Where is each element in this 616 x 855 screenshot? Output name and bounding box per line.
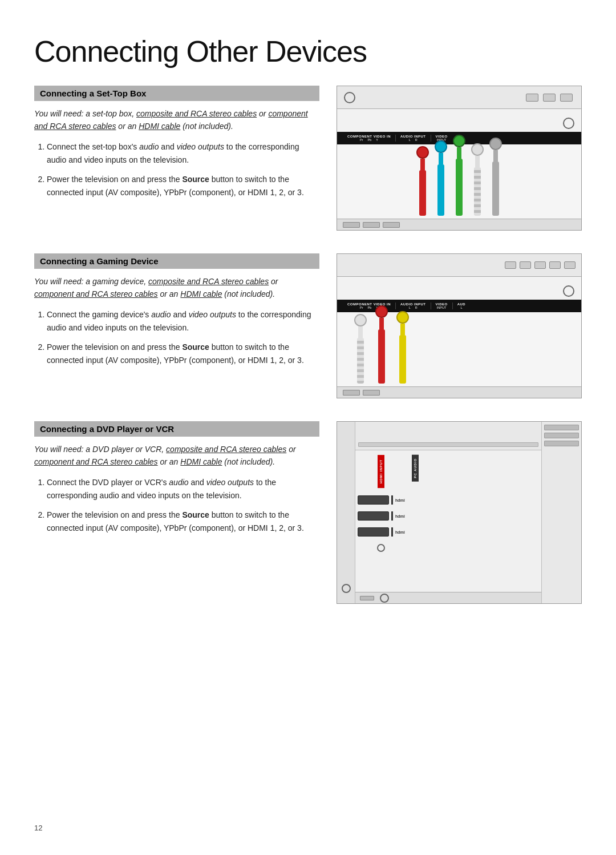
section-settopbox-header: Connecting a Set-Top Box xyxy=(34,86,319,101)
dvd-bottom-bar xyxy=(355,592,541,603)
cable-neck xyxy=(475,156,480,167)
section-gaming-steps: Connect the gaming device's audio and vi… xyxy=(34,308,319,366)
hdmi-plug-body xyxy=(358,511,389,521)
port-g5 xyxy=(564,261,576,269)
panel-bottom-bar-1 xyxy=(337,219,581,230)
hdmi-vertical-section: HDMI INPUT hdmi xyxy=(355,450,407,592)
cable-cyan xyxy=(435,140,447,216)
cable-neck xyxy=(493,150,498,162)
cable-plug xyxy=(471,143,484,156)
cable-white-gaming xyxy=(354,314,367,384)
cable-neck xyxy=(400,324,405,335)
hdmi-plug-body xyxy=(358,527,389,537)
page-title: Connecting Other Devices xyxy=(34,34,582,68)
label-audio-subs: LR xyxy=(400,138,426,142)
hdmi-cable xyxy=(391,511,393,521)
dvd-bottom-port xyxy=(360,596,374,600)
section-gaming-intro: You will need: a gaming device, composit… xyxy=(34,276,319,300)
dvd-right-area: PC AUDIO xyxy=(407,450,541,592)
section-dvd-header: Connecting a DVD Player or VCR xyxy=(34,421,319,437)
port-g1 xyxy=(505,261,516,269)
section-dvd-steps: Connect the DVD player or VCR's audio an… xyxy=(34,476,319,534)
section-gaming-image: COMPONENT VIDEO IN PrPbY AUDIO INPUT LR … xyxy=(337,253,582,398)
cable-red xyxy=(416,146,429,216)
section-settopbox-text: Connecting a Set-Top Box You will need: … xyxy=(34,86,319,205)
dvd-panel-left xyxy=(337,422,355,603)
tv-panel-1: COMPONENT VIDEO IN PrPbY AUDIO INPUT LR … xyxy=(337,86,582,231)
right-strip-bar xyxy=(544,441,579,446)
section-dvd-text: Connecting a DVD Player or VCR You will … xyxy=(34,421,319,541)
port-2 xyxy=(543,94,556,102)
dvd-screw xyxy=(377,544,385,552)
tv-panel-top-bar xyxy=(337,86,581,109)
hdmi-port-1: hdmi xyxy=(358,495,405,505)
right-strip-bar xyxy=(544,425,579,430)
cable-body xyxy=(378,329,385,384)
step-item: Connect the gaming device's audio and vi… xyxy=(47,308,319,334)
section-gaming-text: Connecting a Gaming Device You will need… xyxy=(34,253,319,373)
bottom-port xyxy=(343,222,360,228)
pc-audio-label: PC AUDIO xyxy=(412,455,419,482)
bottom-port xyxy=(363,222,380,228)
hdmi-ports-group: hdmi hdmi hdmi xyxy=(358,495,405,537)
section-dvd: Connecting a DVD Player or VCR You will … xyxy=(34,421,582,604)
section-gaming: Connecting a Gaming Device You will need… xyxy=(34,253,582,398)
hdmi-number: hdmi xyxy=(395,498,405,502)
cable-body xyxy=(399,335,406,384)
cable-plug xyxy=(453,135,465,147)
cable-neck xyxy=(420,159,425,170)
right-strip-bar xyxy=(544,433,579,438)
cable-plug xyxy=(354,314,367,326)
port-1 xyxy=(526,94,538,102)
cable-plug xyxy=(375,305,388,318)
cable-body xyxy=(419,170,426,216)
step-item: Power the television on and press the So… xyxy=(47,173,319,199)
hdmi-cable xyxy=(391,527,393,537)
port-g4 xyxy=(549,261,561,269)
dvd-panel: HDMI INPUT hdmi xyxy=(337,421,582,604)
dvd-panel-main: HDMI INPUT hdmi xyxy=(355,422,541,603)
dvd-main-content: HDMI INPUT hdmi xyxy=(355,450,541,592)
cable-yellow-gaming xyxy=(396,311,409,384)
cable-body xyxy=(357,338,364,384)
bottom-port xyxy=(383,222,400,228)
hdmi-port-3: hdmi xyxy=(358,527,405,537)
label-component-subs: PrPbY xyxy=(347,138,391,142)
cable-neck xyxy=(439,153,443,164)
panel-circle-topleft xyxy=(344,92,355,103)
panel-circle-gaming xyxy=(563,285,574,297)
label-audio-g: AUDIO INPUT LR xyxy=(396,303,431,309)
section-gaming-header: Connecting a Gaming Device xyxy=(34,253,319,269)
step-item: Connect the set-top box's audio and vide… xyxy=(47,140,319,166)
hdmi-number: hdmi xyxy=(395,530,405,534)
panel-bottom-bar-gaming xyxy=(337,386,581,398)
cable-neck xyxy=(379,318,384,329)
label-aud-g: AUD L xyxy=(453,303,471,309)
content-wrapper: Connecting a Set-Top Box You will need: … xyxy=(34,86,582,604)
dvd-circle-bottom xyxy=(342,584,351,593)
cable-body xyxy=(492,162,499,216)
cable-green xyxy=(453,135,465,216)
page-number: 12 xyxy=(34,824,42,832)
section-dvd-image: HDMI INPUT hdmi xyxy=(337,421,582,604)
port-g2 xyxy=(520,261,531,269)
cables-area-gaming xyxy=(337,312,581,386)
section-settopbox: Connecting a Set-Top Box You will need: … xyxy=(34,86,582,231)
section-settopbox-image: COMPONENT VIDEO IN PrPbY AUDIO INPUT LR … xyxy=(337,86,582,231)
hdmi-number: hdmi xyxy=(395,514,405,518)
cable-white xyxy=(471,143,484,216)
tv-panel-2-top xyxy=(337,254,581,277)
bottom-port xyxy=(363,390,380,396)
label-component: COMPONENT VIDEO IN PrPbY xyxy=(343,135,396,142)
step-item: Power the television on and press the So… xyxy=(47,509,319,534)
panel-strip xyxy=(358,442,538,447)
bottom-port xyxy=(343,390,360,396)
cables-area-1 xyxy=(337,144,581,219)
dvd-right-strip xyxy=(541,422,581,603)
cable-plug xyxy=(435,140,447,153)
hdmi-cable xyxy=(391,495,393,505)
section-settopbox-steps: Connect the set-top box's audio and vide… xyxy=(34,140,319,199)
hdmi-port-2: hdmi xyxy=(358,511,405,521)
step-item: Connect the DVD player or VCR's audio an… xyxy=(47,476,319,502)
step-item: Power the television on and press the So… xyxy=(47,341,319,366)
